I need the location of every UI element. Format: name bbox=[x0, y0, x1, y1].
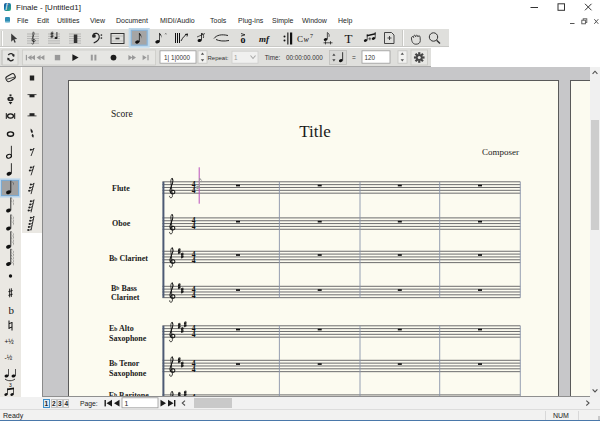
svg-text:Page:: Page: bbox=[80, 400, 98, 408]
svg-text:4: 4 bbox=[192, 365, 196, 374]
svg-text:w: w bbox=[304, 35, 310, 44]
svg-text:C: C bbox=[297, 34, 303, 44]
svg-text:Repeat:: Repeat: bbox=[208, 55, 229, 61]
svg-text:Bb Clarinet: Bb Clarinet bbox=[109, 254, 148, 263]
svg-text:120: 120 bbox=[365, 54, 376, 61]
svg-text:4: 4 bbox=[192, 256, 196, 265]
svg-text:4: 4 bbox=[192, 186, 196, 195]
svg-text:Eb Alto: Eb Alto bbox=[109, 324, 134, 333]
svg-text:Clarinet: Clarinet bbox=[111, 293, 140, 302]
svg-text:Score: Score bbox=[111, 109, 133, 119]
svg-text:Saxophone: Saxophone bbox=[109, 334, 147, 343]
svg-text:Title: Title bbox=[299, 122, 331, 141]
svg-text:Bb Bass: Bb Bass bbox=[111, 284, 137, 293]
svg-text:Saxophone: Saxophone bbox=[109, 369, 147, 378]
svg-text:Time:: Time: bbox=[265, 54, 281, 61]
svg-text:+½: +½ bbox=[5, 338, 15, 345]
svg-text:4: 4 bbox=[192, 222, 196, 231]
svg-text:1: 1 bbox=[234, 54, 238, 61]
svg-text:00:00:00.000: 00:00:00.000 bbox=[286, 54, 323, 61]
svg-text:4: 4 bbox=[192, 291, 196, 300]
svg-text:=: = bbox=[352, 54, 356, 61]
svg-text:1| 1|0000: 1| 1|0000 bbox=[164, 54, 191, 62]
svg-text:1: 1 bbox=[125, 400, 129, 407]
svg-text:3: 3 bbox=[9, 382, 12, 388]
svg-text:T: T bbox=[345, 31, 353, 46]
svg-text:Oboe: Oboe bbox=[112, 219, 131, 228]
svg-text:mf: mf bbox=[259, 34, 270, 44]
svg-text:b: b bbox=[9, 304, 15, 316]
svg-text:Composer: Composer bbox=[482, 147, 519, 157]
svg-text:Bb Tenor: Bb Tenor bbox=[109, 359, 140, 368]
svg-text:Flute: Flute bbox=[112, 184, 130, 193]
svg-text:4: 4 bbox=[192, 330, 196, 339]
svg-text:7: 7 bbox=[310, 33, 313, 39]
svg-text:-½: -½ bbox=[5, 354, 13, 361]
